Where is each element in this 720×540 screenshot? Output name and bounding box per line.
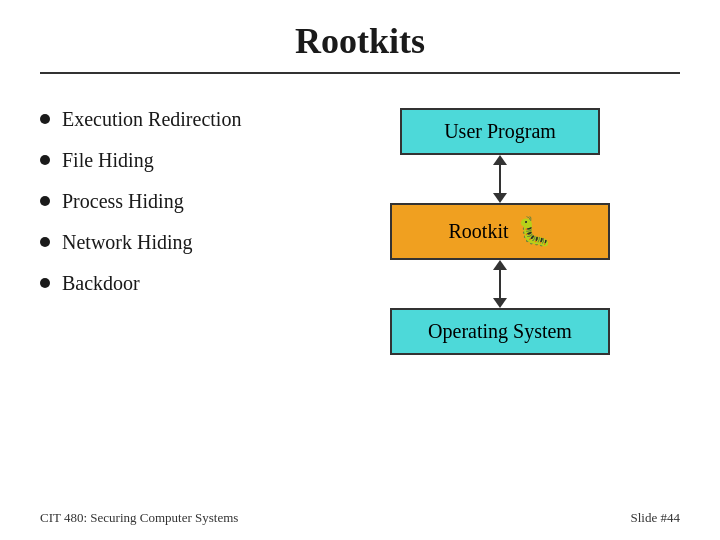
- rootkit-label: Rootkit: [448, 220, 508, 243]
- bullet-text: File Hiding: [62, 149, 154, 172]
- os-box: Operating System: [390, 308, 610, 355]
- connector-top: [493, 155, 507, 203]
- bullet-text: Process Hiding: [62, 190, 184, 213]
- diagram-area: User Program Rootkit 🐛 Operating: [320, 98, 680, 355]
- bullet-dot: [40, 278, 50, 288]
- list-item: File Hiding: [40, 149, 320, 172]
- footer: CIT 480: Securing Computer Systems Slide…: [0, 510, 720, 526]
- user-program-label: User Program: [444, 120, 556, 142]
- bullet-dot: [40, 114, 50, 124]
- bullet-text: Network Hiding: [62, 231, 193, 254]
- arrow-down-icon: [493, 298, 507, 308]
- bullet-list: Execution Redirection File Hiding Proces…: [40, 98, 320, 313]
- bullet-dot: [40, 155, 50, 165]
- bullet-dot: [40, 196, 50, 206]
- list-item: Network Hiding: [40, 231, 320, 254]
- arrow-up-icon: [493, 260, 507, 270]
- content-area: Execution Redirection File Hiding Proces…: [40, 98, 680, 355]
- footer-right: Slide #44: [631, 510, 680, 526]
- arrow-up-icon: [493, 155, 507, 165]
- bullet-dot: [40, 237, 50, 247]
- os-label: Operating System: [428, 320, 572, 342]
- slide-title: Rootkits: [40, 20, 680, 62]
- list-item: Backdoor: [40, 272, 320, 295]
- footer-left: CIT 480: Securing Computer Systems: [40, 510, 238, 526]
- arrow-down-icon: [493, 193, 507, 203]
- connector-bottom: [493, 260, 507, 308]
- list-item: Process Hiding: [40, 190, 320, 213]
- slide: Rootkits Execution Redirection File Hidi…: [0, 0, 720, 540]
- bullet-text: Execution Redirection: [62, 108, 241, 131]
- connector-line: [499, 270, 501, 298]
- rootkit-box: Rootkit 🐛: [390, 203, 610, 260]
- bullet-text: Backdoor: [62, 272, 140, 295]
- list-item: Execution Redirection: [40, 108, 320, 131]
- connector-line: [499, 165, 501, 193]
- bug-icon: 🐛: [517, 215, 552, 248]
- divider: [40, 72, 680, 74]
- user-program-box: User Program: [400, 108, 600, 155]
